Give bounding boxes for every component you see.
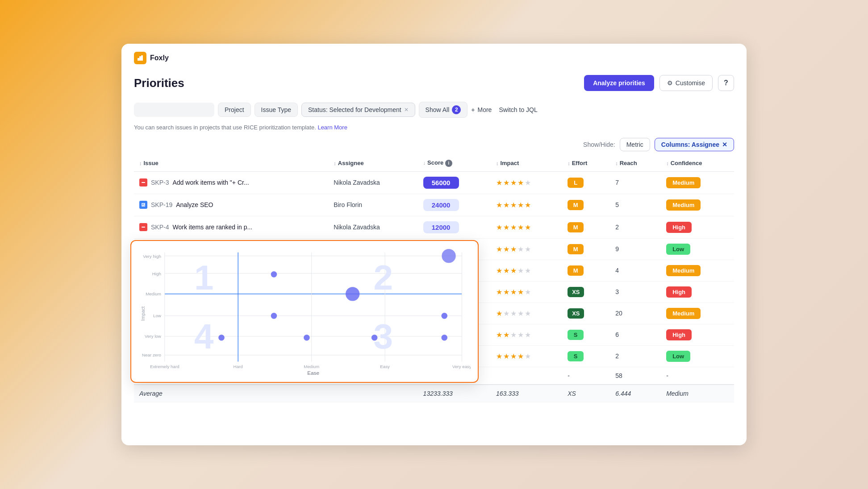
avg-assignee — [328, 385, 417, 402]
stars: ★★★★★ — [496, 178, 557, 187]
confidence-cell: High — [661, 216, 734, 238]
effort-cell: XS — [562, 281, 610, 303]
quadrant-1: 1 — [194, 258, 214, 297]
issue-key[interactable]: SKP-3 — [151, 179, 169, 186]
avg-label: Average — [134, 385, 328, 402]
star-filled: ★ — [496, 352, 502, 361]
star-filled: ★ — [503, 178, 509, 187]
col-score[interactable]: ↓Score i — [418, 155, 491, 171]
star-filled: ★ — [510, 245, 517, 253]
impact-cell: ★★★★★ — [491, 281, 562, 303]
reach-cell: 20 — [610, 303, 661, 324]
project-filter[interactable]: Project — [218, 103, 251, 117]
search-input[interactable] — [134, 103, 214, 117]
star-empty: ★ — [525, 352, 531, 361]
star-empty: ★ — [525, 245, 531, 253]
logo-area: Foxly — [134, 52, 169, 64]
svg-rect-0 — [138, 58, 139, 61]
issue-title: Add work items with "+ Cr... — [172, 179, 249, 186]
avg-impact: 163.333 — [491, 385, 562, 402]
learn-more-link[interactable]: Learn More — [317, 124, 347, 131]
star-filled: ★ — [496, 288, 502, 296]
effort-cell: S — [562, 324, 610, 345]
issue-key[interactable]: SKP-4 — [151, 224, 169, 231]
confidence-badge: Low — [666, 351, 690, 362]
average-row: Average 13233.333 163.333 XS 6.444 Mediu… — [134, 385, 734, 402]
analyze-priorities-button[interactable]: Analyze priorities — [584, 75, 654, 91]
star-filled: ★ — [496, 178, 502, 187]
confidence-badge: High — [666, 222, 692, 233]
star-filled: ★ — [496, 309, 502, 318]
star-filled: ★ — [503, 331, 509, 339]
star-filled: ★ — [496, 331, 502, 339]
reach-cell: 6 — [610, 324, 661, 345]
issue-title: Work items are ranked in p... — [172, 224, 252, 231]
col-confidence[interactable]: ↕Confidence — [661, 155, 734, 171]
impact-cell: ★★★★★ — [491, 345, 562, 367]
score-badge: 56000 — [423, 177, 459, 189]
header-actions: Analyze priorities ⚙ Customise ? — [584, 75, 734, 91]
confidence-cell: Medium — [661, 171, 734, 194]
customize-button[interactable]: ⚙ Customise — [659, 75, 713, 91]
svg-text:Hard: Hard — [234, 364, 243, 369]
score-badge: 12000 — [423, 221, 459, 233]
star-empty: ★ — [517, 331, 524, 339]
confidence-badge: Medium — [666, 199, 701, 211]
star-empty: ★ — [517, 266, 524, 275]
status-filter[interactable]: Status: Selected for Development ✕ — [301, 103, 415, 117]
issue-type-filter[interactable]: Issue Type — [255, 103, 298, 117]
help-button[interactable]: ? — [718, 75, 734, 91]
svg-text:Very easy: Very easy — [452, 364, 471, 369]
assignee-cell: Biro Florin — [328, 194, 417, 216]
col-issue[interactable]: ↕Issue — [134, 155, 328, 171]
svg-rect-3 — [142, 182, 145, 183]
dot-top-right — [442, 249, 455, 263]
reach-cell: 7 — [610, 171, 661, 194]
show-all-filter[interactable]: Show All 2 — [419, 102, 468, 118]
chart-overlay: Impact Very high High Medium Low Very lo… — [130, 240, 479, 383]
confidence-cell: Low — [661, 345, 734, 367]
avg-effort: XS — [562, 385, 610, 402]
metric-button[interactable]: Metric — [620, 138, 650, 151]
reach-cell: 2 — [610, 345, 661, 367]
star-empty: ★ — [525, 331, 531, 339]
reach-cell: 5 — [610, 194, 661, 216]
star-empty: ★ — [510, 331, 517, 339]
issue-icon-blue — [139, 201, 147, 209]
star-filled: ★ — [496, 245, 502, 253]
issue-icon-red — [139, 223, 147, 231]
reach-cell: 4 — [610, 260, 661, 281]
score-cell: 24000 — [418, 194, 491, 216]
issue-key[interactable]: SKP-19 — [151, 201, 172, 208]
totals-confidence: - — [661, 367, 734, 385]
impact-cell: ★★★★★ — [491, 324, 562, 345]
effort-badge: M — [568, 244, 584, 254]
dot-low-medium — [271, 313, 277, 319]
columns-chip[interactable]: Columns: Assignee ✕ — [655, 138, 734, 151]
stars: ★★★★★ — [496, 331, 557, 339]
svg-text:Easy: Easy — [380, 364, 390, 369]
more-button[interactable]: + More — [471, 106, 492, 113]
confidence-badge: Low — [666, 244, 690, 255]
stars: ★★★★★ — [496, 266, 557, 275]
show-hide-label: Show/Hide: — [583, 141, 615, 148]
columns-chip-clear[interactable]: ✕ — [722, 141, 727, 148]
star-empty: ★ — [525, 266, 531, 275]
effort-badge: M — [568, 265, 584, 276]
header: Foxly — [121, 44, 747, 69]
filters-bar: 🔍 Project Issue Type Status: Selected fo… — [121, 97, 747, 122]
switch-jql-button[interactable]: Switch to JQL — [499, 106, 537, 113]
star-filled: ★ — [510, 178, 517, 187]
star-filled: ★ — [517, 201, 524, 209]
star-filled: ★ — [496, 223, 502, 232]
col-assignee[interactable]: ↕Assignee — [328, 155, 417, 171]
col-effort[interactable]: ↕Effort — [562, 155, 610, 171]
stars: ★★★★★ — [496, 201, 557, 209]
col-impact[interactable]: ↕Impact — [491, 155, 562, 171]
status-filter-clear[interactable]: ✕ — [404, 107, 409, 113]
stars: ★★★★★ — [496, 223, 557, 232]
totals-effort: - — [562, 367, 610, 385]
col-reach[interactable]: ↕Reach — [610, 155, 661, 171]
impact-cell: ★★★★★ — [491, 171, 562, 194]
search-wrapper: 🔍 — [134, 103, 214, 117]
